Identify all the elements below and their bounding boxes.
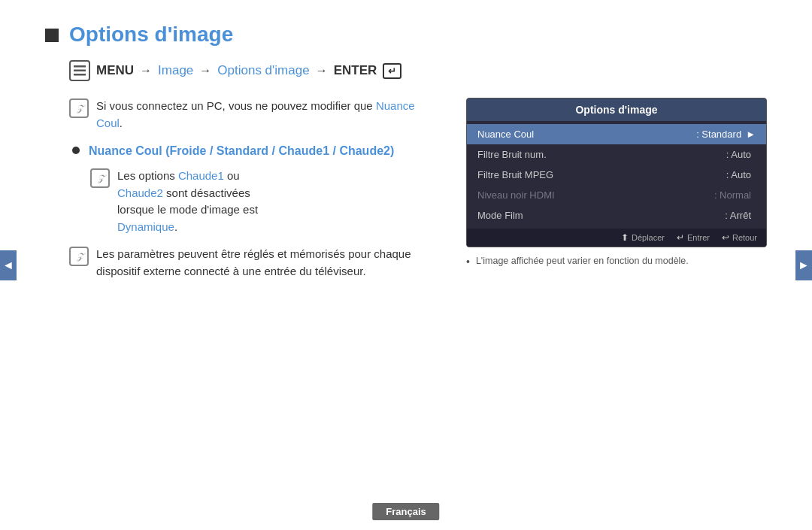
caption-block: • L'image affichée peut varier en foncti… [466, 255, 767, 268]
left-content: 𝒵 Si vous connectez un PC, vous ne pouve… [69, 98, 444, 290]
osd-value-4: : Arrêt [725, 210, 751, 221]
osd-item-1[interactable]: Filtre Bruit num. : Auto [467, 144, 766, 165]
return-icon: ↩ [722, 232, 729, 243]
menu-icon [69, 60, 90, 81]
note-text-3: Les paramètres peuvent être réglés et mé… [96, 246, 444, 280]
note-text-1: Si vous connectez un PC, vous ne pouvez … [96, 98, 444, 132]
osd-menu-list: Nuance Coul : Standard ► Filtre Bruit nu… [467, 121, 766, 229]
osd-footer-enter: ↵ Entrer [677, 232, 710, 243]
menu-arrow2: → [199, 64, 211, 77]
osd-value-3: : Normal [714, 189, 751, 201]
osd-label-0: Nuance Coul [477, 129, 696, 140]
note-block-2: 𝒵 Les options Chaude1 ou Chaude2 sont dé… [90, 168, 444, 235]
page-title: Options d'image [69, 23, 233, 47]
dynamique-link[interactable]: Dynamique [117, 220, 174, 233]
osd-label-1: Filtre Bruit num. [477, 149, 726, 160]
note-block-3: 𝒵 Les paramètres peuvent être réglés et … [69, 246, 444, 280]
move-icon: ⬆ [621, 232, 629, 243]
caption-dot-icon: • [466, 256, 470, 268]
menu-enter-label: ENTER [334, 63, 377, 78]
nuance-coul-link-1[interactable]: Nuance Coul [96, 99, 415, 129]
menu-path: MENU → Image → Options d'image → ENTER ↵ [69, 60, 767, 81]
bottom-bar: Français [372, 504, 439, 518]
osd-title-bar: Options d'image [467, 98, 766, 121]
osd-item-4[interactable]: Mode Film : Arrêt [467, 205, 766, 226]
osd-label-3: Niveau noir HDMI [477, 189, 714, 201]
caption-text: L'image affichée peut varier en fonction… [476, 255, 689, 268]
bullet-text: Nuance Coul (Froide / Standard / Chaude1… [89, 142, 394, 160]
menu-image-link[interactable]: Image [158, 63, 193, 78]
osd-footer-return-label: Retour [732, 233, 757, 242]
chaude2-link[interactable]: Chaude2 [117, 186, 163, 199]
page-title-row: Options d'image [45, 23, 767, 47]
osd-item-0[interactable]: Nuance Coul : Standard ► [467, 124, 766, 144]
osd-footer-move: ⬆ Déplacer [621, 232, 665, 243]
osd-footer-move-label: Déplacer [632, 233, 665, 242]
enter-footer-icon: ↵ [677, 232, 684, 243]
note-text-2: Les options Chaude1 ou Chaude2 sont désa… [117, 168, 258, 235]
svg-rect-2 [74, 74, 86, 76]
note-icon-2: 𝒵 [90, 168, 110, 188]
title-square-icon [45, 29, 59, 42]
svg-rect-1 [74, 70, 86, 72]
menu-label: MENU [96, 63, 134, 78]
chaude1-link[interactable]: Chaude1 [178, 169, 224, 182]
osd-screen: Options d'image Nuance Coul : Standard ►… [466, 98, 767, 247]
osd-value-1: : Auto [726, 149, 751, 160]
svg-rect-0 [74, 65, 86, 68]
osd-item-2[interactable]: Filtre Bruit MPEG : Auto [467, 165, 766, 185]
osd-item-3: Niveau noir HDMI : Normal [467, 185, 766, 205]
menu-arrow3: → [316, 64, 328, 77]
indented-note: 𝒵 Les options Chaude1 ou Chaude2 sont dé… [90, 168, 444, 235]
content-area: 𝒵 Si vous connectez un PC, vous ne pouve… [69, 98, 767, 290]
osd-footer-enter-label: Entrer [687, 233, 710, 242]
osd-value-2: : Auto [726, 169, 751, 180]
note-icon-3: 𝒵 [69, 247, 89, 266]
language-badge: Français [372, 503, 439, 520]
osd-footer: ⬆ Déplacer ↵ Entrer ↩ Retour [467, 229, 766, 247]
osd-label-4: Mode Film [477, 210, 725, 221]
note-icon-1: 𝒵 [69, 98, 89, 118]
osd-footer-return: ↩ Retour [722, 232, 757, 243]
enter-icon: ↵ [383, 63, 401, 79]
osd-arrow-0: ► [746, 129, 756, 140]
right-content: Options d'image Nuance Coul : Standard ►… [466, 98, 767, 290]
bullet-dot-icon [72, 147, 80, 154]
menu-arrow1: → [140, 64, 152, 77]
note-block-1: 𝒵 Si vous connectez un PC, vous ne pouve… [69, 98, 444, 132]
page-container: Options d'image MENU → Image → Options d… [0, 0, 812, 530]
caption-bullet: • L'image affichée peut varier en foncti… [466, 255, 767, 268]
menu-options-link[interactable]: Options d'image [217, 63, 309, 78]
bullet-block: Nuance Coul (Froide / Standard / Chaude1… [72, 142, 444, 160]
osd-value-0: : Standard [696, 129, 741, 140]
osd-label-2: Filtre Bruit MPEG [477, 169, 726, 180]
